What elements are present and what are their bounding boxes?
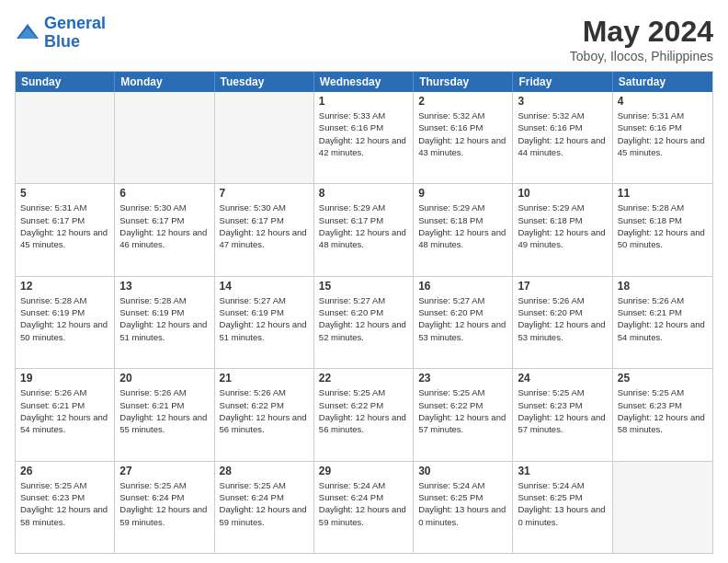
- day-info: Sunrise: 5:31 AMSunset: 6:16 PMDaylight:…: [618, 109, 708, 158]
- day-info: Sunrise: 5:29 AMSunset: 6:18 PMDaylight:…: [518, 201, 607, 250]
- day-info: Sunrise: 5:27 AMSunset: 6:20 PMDaylight:…: [319, 294, 408, 343]
- day-info: Sunrise: 5:25 AMSunset: 6:24 PMDaylight:…: [220, 479, 309, 528]
- day-number: 23: [418, 372, 507, 385]
- day-info: Sunrise: 5:30 AMSunset: 6:17 PMDaylight:…: [220, 201, 309, 250]
- day-info: Sunrise: 5:32 AMSunset: 6:16 PMDaylight:…: [518, 109, 607, 158]
- day-info: Sunrise: 5:25 AMSunset: 6:23 PMDaylight:…: [618, 386, 708, 435]
- calendar-cell: 26Sunrise: 5:25 AMSunset: 6:23 PMDayligh…: [16, 462, 115, 553]
- calendar-cell: 3Sunrise: 5:32 AMSunset: 6:16 PMDaylight…: [513, 92, 612, 183]
- weekday-sunday: Sunday: [16, 72, 115, 92]
- day-number: 10: [518, 187, 607, 200]
- weekday-wednesday: Wednesday: [314, 72, 414, 92]
- day-info: Sunrise: 5:25 AMSunset: 6:22 PMDaylight:…: [319, 386, 408, 435]
- day-number: 17: [518, 280, 607, 293]
- day-info: Sunrise: 5:26 AMSunset: 6:22 PMDaylight:…: [220, 386, 309, 435]
- calendar-cell: 4Sunrise: 5:31 AMSunset: 6:16 PMDaylight…: [613, 92, 712, 183]
- day-number: 16: [418, 280, 507, 293]
- day-number: 11: [618, 187, 708, 200]
- day-number: 27: [119, 465, 209, 477]
- day-info: Sunrise: 5:28 AMSunset: 6:19 PMDaylight:…: [20, 294, 109, 343]
- calendar-cell: 11Sunrise: 5:28 AMSunset: 6:18 PMDayligh…: [613, 184, 712, 275]
- calendar-cell: 18Sunrise: 5:26 AMSunset: 6:21 PMDayligh…: [613, 277, 712, 368]
- calendar-body: 1Sunrise: 5:33 AMSunset: 6:16 PMDaylight…: [16, 92, 712, 553]
- day-info: Sunrise: 5:33 AMSunset: 6:16 PMDaylight:…: [319, 109, 408, 158]
- day-info: Sunrise: 5:26 AMSunset: 6:20 PMDaylight:…: [518, 294, 607, 343]
- calendar-cell: [16, 92, 115, 183]
- day-info: Sunrise: 5:30 AMSunset: 6:17 PMDaylight:…: [119, 201, 209, 250]
- day-info: Sunrise: 5:27 AMSunset: 6:20 PMDaylight:…: [418, 294, 507, 343]
- calendar-cell: 22Sunrise: 5:25 AMSunset: 6:22 PMDayligh…: [314, 369, 414, 460]
- calendar-row-4: 19Sunrise: 5:26 AMSunset: 6:21 PMDayligh…: [16, 368, 712, 460]
- calendar-cell: [215, 92, 314, 183]
- calendar-cell: 25Sunrise: 5:25 AMSunset: 6:23 PMDayligh…: [613, 369, 712, 460]
- weekday-thursday: Thursday: [414, 72, 513, 92]
- calendar-cell: 27Sunrise: 5:25 AMSunset: 6:24 PMDayligh…: [115, 462, 214, 553]
- calendar-row-3: 12Sunrise: 5:28 AMSunset: 6:19 PMDayligh…: [16, 276, 712, 368]
- logo-icon: [15, 20, 40, 46]
- day-number: 3: [518, 95, 607, 108]
- day-number: 2: [418, 95, 507, 108]
- calendar-cell: 23Sunrise: 5:25 AMSunset: 6:22 PMDayligh…: [414, 369, 513, 460]
- day-info: Sunrise: 5:25 AMSunset: 6:24 PMDaylight:…: [119, 479, 209, 528]
- calendar-cell: 8Sunrise: 5:29 AMSunset: 6:17 PMDaylight…: [314, 184, 414, 275]
- day-number: 31: [518, 465, 607, 477]
- calendar-cell: 14Sunrise: 5:27 AMSunset: 6:19 PMDayligh…: [215, 277, 314, 368]
- calendar-row-5: 26Sunrise: 5:25 AMSunset: 6:23 PMDayligh…: [16, 461, 712, 553]
- day-number: 28: [220, 465, 309, 477]
- day-info: Sunrise: 5:24 AMSunset: 6:25 PMDaylight:…: [518, 479, 607, 528]
- day-info: Sunrise: 5:26 AMSunset: 6:21 PMDaylight:…: [618, 294, 708, 343]
- day-number: 4: [618, 95, 708, 108]
- day-number: 13: [119, 280, 209, 293]
- location: Toboy, Ilocos, Philippines: [570, 49, 713, 63]
- weekday-tuesday: Tuesday: [215, 72, 314, 92]
- day-info: Sunrise: 5:24 AMSunset: 6:24 PMDaylight:…: [319, 479, 408, 528]
- calendar-header: Sunday Monday Tuesday Wednesday Thursday…: [16, 72, 712, 92]
- calendar-cell: 12Sunrise: 5:28 AMSunset: 6:19 PMDayligh…: [16, 277, 115, 368]
- calendar-cell: 7Sunrise: 5:30 AMSunset: 6:17 PMDaylight…: [215, 184, 314, 275]
- day-number: 14: [220, 280, 309, 293]
- day-number: 19: [20, 372, 109, 385]
- day-number: 12: [20, 280, 109, 293]
- weekday-monday: Monday: [115, 72, 214, 92]
- month-title: May 2024: [570, 15, 713, 49]
- day-number: 15: [319, 280, 408, 293]
- day-number: 25: [618, 372, 708, 385]
- calendar-cell: 19Sunrise: 5:26 AMSunset: 6:21 PMDayligh…: [16, 369, 115, 460]
- calendar-cell: 13Sunrise: 5:28 AMSunset: 6:19 PMDayligh…: [115, 277, 214, 368]
- calendar-cell: 1Sunrise: 5:33 AMSunset: 6:16 PMDaylight…: [314, 92, 414, 183]
- calendar-cell: 21Sunrise: 5:26 AMSunset: 6:22 PMDayligh…: [215, 369, 314, 460]
- calendar-cell: [613, 462, 712, 553]
- weekday-friday: Friday: [513, 72, 612, 92]
- day-info: Sunrise: 5:25 AMSunset: 6:23 PMDaylight:…: [518, 386, 607, 435]
- day-number: 6: [119, 187, 209, 200]
- day-info: Sunrise: 5:27 AMSunset: 6:19 PMDaylight:…: [220, 294, 309, 343]
- day-info: Sunrise: 5:26 AMSunset: 6:21 PMDaylight:…: [119, 386, 209, 435]
- calendar-cell: 5Sunrise: 5:31 AMSunset: 6:17 PMDaylight…: [16, 184, 115, 275]
- day-number: 7: [220, 187, 309, 200]
- day-info: Sunrise: 5:29 AMSunset: 6:17 PMDaylight:…: [319, 201, 408, 250]
- day-number: 20: [119, 372, 209, 385]
- day-info: Sunrise: 5:25 AMSunset: 6:23 PMDaylight:…: [20, 479, 109, 528]
- day-number: 8: [319, 187, 408, 200]
- day-number: 26: [20, 465, 109, 477]
- day-number: 22: [319, 372, 408, 385]
- calendar-cell: 2Sunrise: 5:32 AMSunset: 6:16 PMDaylight…: [414, 92, 513, 183]
- header: GeneralBlue May 2024 Toboy, Ilocos, Phil…: [15, 15, 713, 63]
- day-info: Sunrise: 5:26 AMSunset: 6:21 PMDaylight:…: [20, 386, 109, 435]
- calendar: Sunday Monday Tuesday Wednesday Thursday…: [15, 71, 713, 554]
- day-info: Sunrise: 5:32 AMSunset: 6:16 PMDaylight:…: [418, 109, 507, 158]
- day-info: Sunrise: 5:28 AMSunset: 6:19 PMDaylight:…: [119, 294, 209, 343]
- calendar-cell: 10Sunrise: 5:29 AMSunset: 6:18 PMDayligh…: [513, 184, 612, 275]
- day-info: Sunrise: 5:29 AMSunset: 6:18 PMDaylight:…: [418, 201, 507, 250]
- day-number: 29: [319, 465, 408, 477]
- day-number: 18: [618, 280, 708, 293]
- calendar-cell: 20Sunrise: 5:26 AMSunset: 6:21 PMDayligh…: [115, 369, 214, 460]
- page: GeneralBlue May 2024 Toboy, Ilocos, Phil…: [0, 0, 728, 563]
- calendar-cell: 24Sunrise: 5:25 AMSunset: 6:23 PMDayligh…: [513, 369, 612, 460]
- day-info: Sunrise: 5:28 AMSunset: 6:18 PMDaylight:…: [618, 201, 708, 250]
- calendar-cell: 16Sunrise: 5:27 AMSunset: 6:20 PMDayligh…: [414, 277, 513, 368]
- day-number: 30: [418, 465, 507, 477]
- calendar-row-1: 1Sunrise: 5:33 AMSunset: 6:16 PMDaylight…: [16, 92, 712, 183]
- logo-text: GeneralBlue: [44, 15, 106, 52]
- calendar-row-2: 5Sunrise: 5:31 AMSunset: 6:17 PMDaylight…: [16, 183, 712, 275]
